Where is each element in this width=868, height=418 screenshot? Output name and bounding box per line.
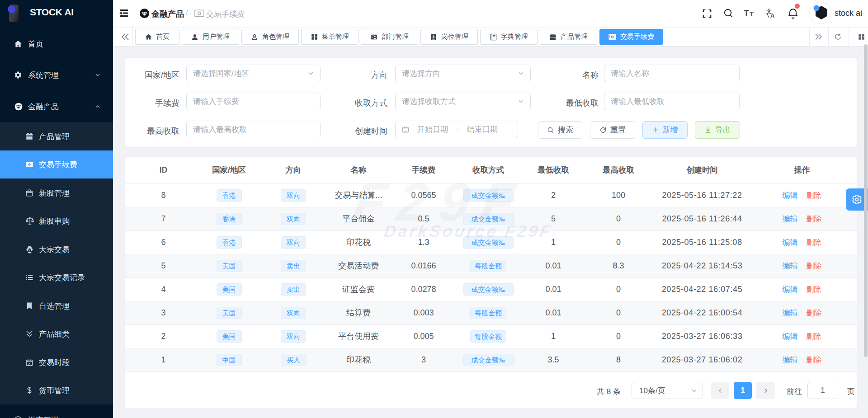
svg-text:A: A [770, 12, 775, 19]
svg-text:T: T [750, 10, 754, 18]
svg-text:T: T [744, 9, 749, 18]
